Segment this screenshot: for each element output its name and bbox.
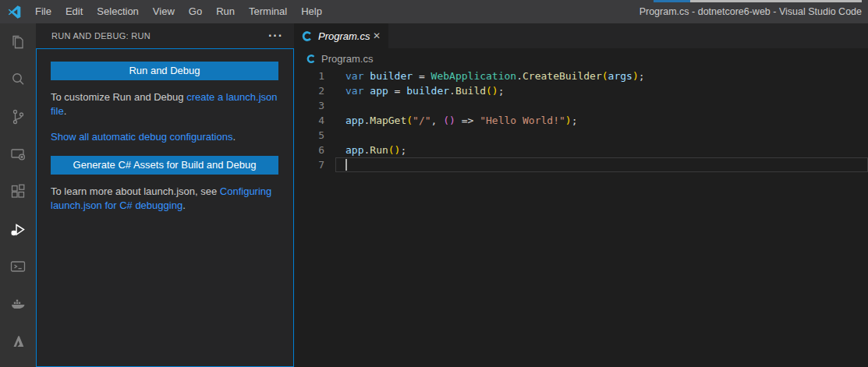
editor-group: Program.cs ✕ Program.cs 1var builder = W… bbox=[294, 23, 868, 367]
code-line-4[interactable]: 4app.MapGet("/", () => "Hello World!"); bbox=[294, 113, 868, 128]
line-number: 3 bbox=[294, 98, 324, 113]
menu-item-view[interactable]: View bbox=[146, 0, 182, 23]
title-bar: FileEditSelectionViewGoRunTerminalHelp P… bbox=[0, 0, 868, 23]
explorer-files-icon bbox=[9, 33, 27, 51]
tab-close-icon[interactable]: ✕ bbox=[371, 30, 382, 41]
code-area: 1var builder = WebApplication.CreateBuil… bbox=[294, 69, 868, 367]
line-number: 1 bbox=[294, 69, 324, 83]
code-line-7[interactable]: 7 bbox=[294, 157, 868, 172]
menu-item-help[interactable]: Help bbox=[294, 0, 329, 23]
run-and-debug-sidebar: RUN AND DEBUG: RUN ··· Run and Debug To … bbox=[36, 23, 294, 367]
line-number: 4 bbox=[294, 113, 324, 128]
csharp-file-icon bbox=[302, 30, 314, 42]
docker-icon bbox=[9, 295, 27, 313]
line-number: 6 bbox=[294, 143, 324, 157]
code-line-1[interactable]: 1var builder = WebApplication.CreateBuil… bbox=[294, 69, 868, 83]
show-configs-paragraph: Show all automatic debug configurations. bbox=[51, 130, 278, 144]
breadcrumb-label: Program.cs bbox=[321, 53, 373, 65]
activity-explorer[interactable] bbox=[0, 23, 36, 61]
more-actions-icon[interactable]: ··· bbox=[268, 25, 283, 47]
text-cursor bbox=[345, 159, 347, 171]
menu-item-edit[interactable]: Edit bbox=[58, 0, 90, 23]
learn-more-text: To learn more about launch.json, see bbox=[51, 185, 220, 197]
activity-powershell[interactable] bbox=[0, 248, 36, 285]
activity-search[interactable] bbox=[0, 61, 36, 98]
menu-item-selection[interactable]: Selection bbox=[90, 0, 145, 23]
customize-text: To customize Run and Debug bbox=[51, 91, 186, 103]
menu-item-file[interactable]: File bbox=[28, 0, 58, 23]
menu-item-run[interactable]: Run bbox=[209, 0, 242, 23]
line-number: 5 bbox=[294, 128, 324, 143]
customize-period: . bbox=[64, 105, 67, 117]
show-debug-configurations-link[interactable]: Show all automatic debug configurations bbox=[51, 131, 232, 143]
line-number: 7 bbox=[294, 157, 324, 172]
line-number: 2 bbox=[294, 83, 324, 98]
sidebar-title: RUN AND DEBUG: RUN bbox=[51, 31, 151, 41]
generate-csharp-assets-button[interactable]: Generate C# Assets for Build and Debug bbox=[51, 156, 278, 175]
menu-item-go[interactable]: Go bbox=[182, 0, 209, 23]
sidebar-header: RUN AND DEBUG: RUN bbox=[36, 23, 294, 48]
azure-icon bbox=[9, 333, 27, 350]
powershell-icon bbox=[9, 257, 27, 276]
menu-bar: FileEditSelectionViewGoRunTerminalHelp bbox=[28, 0, 329, 23]
search-icon bbox=[9, 70, 27, 89]
menu-item-terminal[interactable]: Terminal bbox=[242, 0, 294, 23]
tab-bar: Program.cs ✕ bbox=[294, 23, 868, 48]
tab-label: Program.cs bbox=[318, 30, 370, 42]
code-text: var builder = WebApplication.CreateBuild… bbox=[345, 69, 645, 83]
csharp-file-icon bbox=[306, 54, 317, 64]
activity-remote-explorer[interactable] bbox=[0, 136, 36, 173]
customize-paragraph: To customize Run and Debug create a laun… bbox=[51, 90, 278, 118]
learn-more-period: . bbox=[182, 199, 186, 211]
learn-more-paragraph: To learn more about launch.json, see Con… bbox=[51, 185, 278, 213]
activity-run-and-debug[interactable] bbox=[0, 210, 36, 248]
code-line-3[interactable]: 3 bbox=[294, 98, 868, 113]
code-text: var app = builder.Build(); bbox=[345, 83, 505, 98]
tab-program-cs[interactable]: Program.cs ✕ bbox=[294, 23, 388, 48]
code-text: app.Run(); bbox=[345, 143, 406, 157]
source-control-branch-icon bbox=[9, 108, 27, 126]
breadcrumb[interactable]: Program.cs bbox=[294, 48, 868, 69]
code-line-2[interactable]: 2var app = builder.Build(); bbox=[294, 83, 868, 98]
top-strip-gray bbox=[690, 0, 862, 2]
activity-bar bbox=[0, 23, 36, 367]
top-strip-blue bbox=[654, 0, 690, 2]
activity-docker[interactable] bbox=[0, 285, 36, 323]
activity-extensions[interactable] bbox=[0, 173, 36, 210]
vscode-logo-icon bbox=[8, 5, 21, 19]
code-line-6[interactable]: 6app.Run(); bbox=[294, 143, 868, 157]
remote-explorer-icon bbox=[9, 145, 27, 164]
activity-source-control[interactable] bbox=[0, 98, 36, 136]
code-line-5[interactable]: 5 bbox=[294, 128, 868, 143]
run-and-debug-icon bbox=[8, 219, 28, 239]
activity-azure[interactable] bbox=[0, 323, 36, 360]
code-text: app.MapGet("/", () => "Hello World!"); bbox=[345, 113, 577, 128]
window-title: Program.cs - dotnetcore6-web - Visual St… bbox=[639, 0, 862, 23]
extensions-icon bbox=[9, 182, 27, 201]
run-and-debug-button[interactable]: Run and Debug bbox=[51, 62, 278, 80]
debug-welcome-panel: Run and Debug To customize Run and Debug… bbox=[36, 48, 294, 367]
show-configs-period: . bbox=[232, 131, 236, 143]
